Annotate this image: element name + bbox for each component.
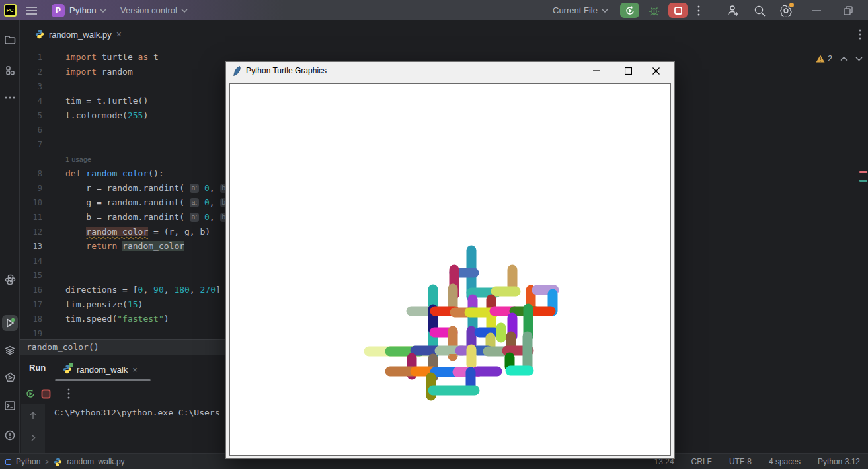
tab-bar-more-icon[interactable] [859,29,861,40]
maximize-icon[interactable] [615,62,641,79]
terminal-icon[interactable] [2,398,18,414]
line-number: 7 [20,137,42,152]
code-text: random_color = (r, g, b) [65,225,210,239]
stop-icon[interactable] [41,389,51,399]
line-number: 3 [20,79,42,94]
run-tab-label: random_walk [77,365,128,375]
line-number: 13 [20,239,42,254]
code-text: directions = [0, 90, 180, 270] [65,283,221,297]
search-icon[interactable] [754,0,766,20]
code-text: tim.pensize(15) [65,297,143,312]
run-panel-title[interactable]: Run [29,363,46,373]
project-folder-icon[interactable] [2,32,18,48]
scrollbar-error-stripe[interactable] [859,171,867,173]
parameter-hint-badge: a: [190,198,199,207]
workspace-label: Python [16,457,40,466]
code-text: def random_color(): [65,166,164,181]
line-number: 16 [20,283,42,297]
debug-bug-icon [649,5,660,16]
problems-icon[interactable] [2,427,18,443]
line-number: 11 [20,210,42,225]
run-button[interactable] [620,3,639,18]
prev-chevron-icon[interactable] [840,57,848,61]
line-number: 5 [20,108,42,123]
window-restore-icon[interactable] [844,0,853,20]
line-number: 10 [20,196,42,210]
settings-notification-dot [789,3,794,7]
line-number: 14 [20,254,42,268]
code-text: t.colormode(255) [65,108,148,123]
vcs-label: Version control [120,5,177,15]
line-number: 6 [20,123,42,137]
sticky-line-text: random_color() [26,342,99,352]
turtle-graphics-window[interactable]: Python Turtle Graphics [225,61,675,459]
code-text: b = random.randint( a: 0, b: [65,210,229,225]
expand-chevron-icon[interactable] [31,434,36,441]
python-run-icon [63,365,72,374]
chevron-down-icon [100,9,106,13]
project-badge-initial: P [52,4,65,17]
line-number: 9 [20,181,42,196]
tab-close-icon[interactable]: × [116,29,122,40]
turtle-canvas[interactable] [229,83,671,456]
close-icon[interactable] [643,62,669,79]
code-text: import turtle as t [65,50,159,65]
editor-tab-bar: random_walk.py × [20,20,868,48]
pycharm-logo[interactable]: PC [3,0,17,20]
python-console-icon[interactable] [2,369,18,385]
minimize-icon[interactable] [583,62,610,79]
project-badge[interactable]: P [52,0,65,20]
python-file-icon [54,458,62,466]
run-tab-close-icon[interactable]: × [132,365,138,375]
more-actions-icon[interactable] [693,0,704,20]
encoding-widget[interactable]: UTF-8 [729,457,752,466]
tab-random-walk[interactable]: random_walk.py × [27,20,130,48]
services-icon[interactable] [2,342,18,358]
line-number: 12 [20,225,42,239]
gear-icon[interactable] [779,0,793,20]
window-minimize-icon[interactable] [812,0,821,20]
status-widgets: 13:24 CRLF UTF-8 4 spaces Python 3.12 [654,454,860,469]
main-menu-icon[interactable] [26,0,38,20]
stop-square-icon [674,7,682,15]
rerun-icon[interactable] [25,388,36,399]
run-tab-random-walk[interactable]: random_walk × [55,360,145,379]
run-config-label: Current File [553,5,598,15]
python-packages-icon[interactable] [2,271,18,287]
inspections-widget[interactable]: 2 [816,54,863,63]
next-chevron-icon[interactable] [855,57,863,61]
structure-icon[interactable] [2,62,18,78]
add-user-icon[interactable] [727,0,740,20]
usage-hint-text[interactable]: 1 usage [65,152,91,166]
debug-button[interactable] [646,3,662,17]
interpreter-widget[interactable]: Python 3.12 [818,457,860,466]
console-gutter [21,404,45,453]
pycharm-window: PC P Python Version control Current File [0,0,868,469]
project-selector[interactable]: Python [69,0,106,20]
chevron-down-icon [602,9,608,13]
python-file-icon [35,30,44,39]
indent-widget[interactable]: 4 spaces [769,457,801,466]
line-separator-widget[interactable]: CRLF [691,457,712,466]
line-number: 15 [20,268,42,283]
scrollbar-error-stripe[interactable] [859,180,867,182]
line-number: 4 [20,94,42,108]
scroll-up-icon[interactable] [29,411,37,419]
run-tab-underline [55,379,151,381]
run-icon[interactable] [2,315,18,331]
stop-button[interactable] [668,3,688,18]
line-number: 2 [20,65,42,79]
line-number: 1 [20,50,42,65]
run-config-selector[interactable]: Current File [553,0,608,20]
more-vertical-icon[interactable] [67,388,70,399]
code-text: tim = t.Turtle() [65,94,148,108]
toolwindow-stripe [0,20,20,453]
parameter-hint-badge: a: [190,184,199,193]
status-breadcrumb[interactable]: Python > random_walk.py [5,454,125,469]
workspace-icon [5,459,11,465]
tab-label: random_walk.py [49,30,112,40]
vcs-widget[interactable]: Version control [120,0,188,20]
console-output-line[interactable]: C:\Python312\python.exe C:\Users [54,408,219,417]
more-toolwindows-icon[interactable] [2,90,18,106]
warning-count: 2 [828,54,832,63]
